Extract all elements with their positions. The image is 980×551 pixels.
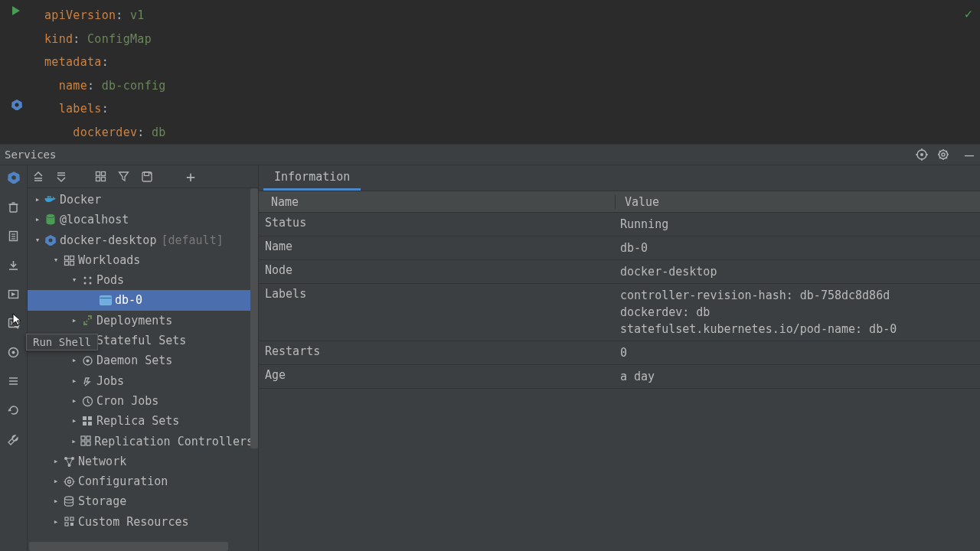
tree-item-cron-jobs[interactable]: ▸Cron Jobs: [28, 391, 258, 411]
editor-line[interactable]: apiVersion: v1: [44, 4, 980, 28]
tree-item-configuration[interactable]: ▸Configuration: [28, 471, 258, 491]
svg-point-76: [86, 360, 89, 363]
svg-rect-56: [49, 196, 51, 197]
tree-item--localhost[interactable]: ▸@localhost: [28, 210, 258, 230]
filter-icon[interactable]: [118, 171, 138, 182]
chevron-down-icon[interactable]: ▾: [32, 230, 43, 250]
gear-icon[interactable]: [937, 148, 959, 161]
svg-point-68: [89, 282, 91, 284]
kubernetes-toolbar-icon[interactable]: [5, 170, 23, 185]
chevron-right-icon[interactable]: ▸: [69, 311, 80, 331]
info-cell-value: docker-desktop: [616, 263, 980, 280]
editor-content[interactable]: apiVersion: v1kind: ConfigMapmetadata: n…: [0, 0, 980, 144]
information-panel: Information Name Value StatusRunningName…: [259, 165, 980, 551]
chevron-down-icon[interactable]: ▾: [51, 250, 61, 270]
information-table: Name Value StatusRunningNamedb-0Nodedock…: [259, 191, 980, 551]
info-cell-value: 0: [616, 344, 980, 361]
svg-point-89: [65, 478, 74, 486]
chevron-right-icon[interactable]: ▸: [51, 452, 61, 471]
tree-item-label: db-0: [115, 290, 142, 310]
tree-item-label: Storage: [78, 491, 126, 511]
tree-item-replication-controllers[interactable]: ▸Replication Controllers: [28, 432, 258, 452]
tree-item-replica-sets[interactable]: ▸Replica Sets: [28, 411, 258, 431]
tree-item-label: Cron Jobs: [96, 391, 158, 411]
editor-line[interactable]: metadata:: [44, 51, 980, 74]
editor-line[interactable]: name: db-config: [44, 74, 980, 98]
tree-item-label: Network: [78, 452, 126, 471]
chevron-right-icon[interactable]: ▸: [51, 471, 61, 491]
chevron-right-icon[interactable]: ▸: [32, 190, 43, 210]
info-row-status: StatusRunning: [259, 213, 980, 236]
expand-all-icon[interactable]: [32, 171, 52, 183]
svg-point-2: [15, 103, 19, 107]
tree-item-storage[interactable]: ▸Storage: [28, 491, 258, 511]
chevron-right-icon[interactable]: ▸: [69, 391, 80, 411]
chevron-right-icon[interactable]: ▸: [51, 512, 61, 532]
follow-log-icon[interactable]: [5, 286, 23, 302]
tree-item-custom-resources[interactable]: ▸Custom Resources: [28, 512, 258, 532]
svg-point-67: [83, 282, 86, 284]
svg-rect-97: [70, 517, 74, 520]
describe-icon[interactable]: [5, 228, 23, 243]
info-row-node: Nodedocker-desktop: [259, 260, 980, 284]
run-gutter-icon[interactable]: [11, 5, 21, 16]
svg-rect-79: [88, 416, 92, 420]
wrench-icon[interactable]: [5, 432, 23, 447]
svg-rect-51: [145, 172, 149, 176]
tree-item-workloads[interactable]: ▾Workloads: [28, 250, 258, 270]
tree-item-jobs[interactable]: ▸Jobs: [28, 371, 258, 391]
refresh-icon[interactable]: [5, 403, 23, 418]
chevron-right-icon[interactable]: ▸: [69, 432, 79, 452]
kubernetes-gutter-icon[interactable]: [11, 99, 23, 111]
chevron-right-icon[interactable]: ▸: [69, 350, 80, 370]
services-tree[interactable]: ▸Docker▸@localhost▾docker-desktop[defaul…: [28, 188, 258, 532]
layers-icon[interactable]: [5, 373, 23, 389]
run-shell-icon[interactable]: [5, 315, 23, 331]
download-log-icon[interactable]: [5, 257, 23, 272]
delete-icon[interactable]: [5, 199, 23, 214]
editor-line[interactable]: labels:: [44, 97, 980, 121]
tree-item-daemon-sets[interactable]: ▸Daemon Sets: [28, 350, 258, 370]
port-forward-icon[interactable]: [5, 344, 23, 360]
chevron-right-icon[interactable]: ▸: [51, 491, 61, 511]
tree-item-db-0[interactable]: db-0: [28, 290, 258, 310]
svg-rect-81: [88, 422, 92, 425]
chevron-right-icon[interactable]: ▸: [69, 411, 80, 431]
chevron-right-icon[interactable]: ▸: [32, 210, 43, 230]
tree-item-docker-desktop[interactable]: ▾docker-desktop[default]: [28, 230, 258, 250]
info-cell-name: Name: [259, 240, 616, 253]
pod-icon: [98, 295, 113, 305]
collapse-all-icon[interactable]: [55, 171, 75, 183]
editor-line[interactable]: dockerdev: db: [44, 121, 980, 145]
info-cell-name: Age: [259, 368, 616, 382]
svg-point-35: [12, 350, 15, 354]
database-icon: [43, 214, 58, 226]
save-config-icon[interactable]: [141, 171, 161, 183]
pods-icon: [80, 275, 95, 286]
chevron-right-icon[interactable]: ▸: [69, 371, 80, 391]
chevron-down-icon[interactable]: ▾: [69, 270, 80, 290]
tree-item-docker[interactable]: ▸Docker: [28, 190, 258, 210]
group-icon[interactable]: [95, 171, 115, 182]
svg-line-18: [946, 151, 948, 152]
tree-item-network[interactable]: ▸Network: [28, 452, 258, 471]
target-icon[interactable]: [916, 148, 937, 161]
add-icon[interactable]: +: [181, 171, 201, 182]
tab-information[interactable]: Information: [263, 165, 361, 191]
info-col-value: Value: [616, 195, 980, 209]
tree-vertical-scrollbar[interactable]: [250, 188, 258, 448]
tree-item-pods[interactable]: ▾Pods: [28, 270, 258, 290]
analysis-ok-icon[interactable]: ✓: [965, 6, 972, 21]
run-shell-tooltip: Run Shell: [26, 334, 98, 350]
minimize-icon[interactable]: —: [959, 151, 980, 158]
editor-line[interactable]: kind: ConfigMap: [44, 28, 980, 51]
svg-marker-0: [12, 6, 20, 15]
info-cell-value: controller-revision-hash: db-758dc8d86d …: [616, 287, 980, 337]
svg-rect-32: [8, 319, 18, 328]
svg-rect-64: [70, 261, 74, 265]
tree-item-deployments[interactable]: ▸Deployments: [28, 311, 258, 331]
svg-rect-78: [83, 416, 87, 420]
tree-item-label: Pods: [96, 270, 124, 290]
tree-horizontal-scrollbar[interactable]: [29, 542, 228, 551]
svg-rect-69: [100, 296, 112, 305]
